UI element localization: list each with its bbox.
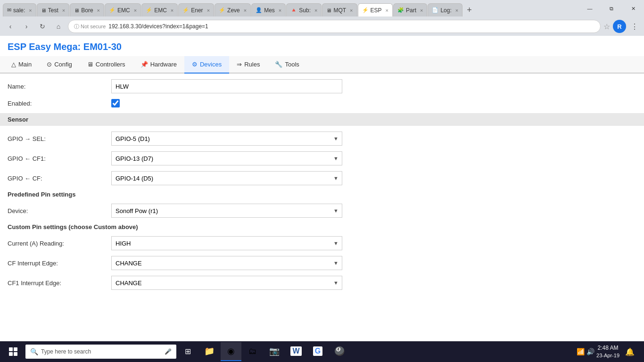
page-title: ESP Easy Mega: EM01-30 (0, 36, 644, 56)
pinball-icon: 🎱 (334, 346, 345, 356)
taskbar-chrome[interactable]: ◉ (221, 342, 241, 361)
tab-close-icon[interactable]: × (97, 8, 100, 13)
tab-close-icon[interactable]: × (386, 8, 388, 13)
home-button[interactable]: ⌂ (52, 20, 65, 33)
window-controls: — ⧉ ✕ (579, 0, 644, 17)
clock[interactable]: 2:48 AM 23-Apr-19 (596, 344, 619, 359)
tab-part[interactable]: 🧩 Part × (393, 3, 427, 16)
taskbar-search[interactable]: 🔍 Type here to search 🎤 (25, 345, 176, 359)
tab-hardware[interactable]: 📌 Hardware (133, 56, 184, 74)
volume-icon[interactable]: 🔊 (586, 348, 594, 355)
device-select[interactable]: Sonoff Pow (r1) Sonoff Pow (r2) Custom (111, 204, 342, 218)
tab-zeve[interactable]: ⚡ Zeve × (215, 3, 251, 16)
cf1-interrupt-select[interactable]: CHANGE RISING FALLING (111, 276, 342, 290)
tab-favicon: ⚡ (362, 7, 369, 13)
reload-button[interactable]: ↻ (36, 20, 49, 33)
rules-icon: ⇒ (237, 61, 242, 68)
close-button[interactable]: ✕ (622, 1, 644, 16)
network-icon[interactable]: 📶 (577, 348, 585, 355)
word-icon: W (290, 346, 301, 356)
tab-emc2[interactable]: ⚡ EMC × (141, 3, 178, 16)
back-button[interactable]: ‹ (4, 20, 17, 33)
restore-button[interactable]: ⧉ (601, 1, 622, 16)
tab-sales[interactable]: ✉ sale: × (3, 3, 36, 16)
g-icon: G (313, 346, 322, 356)
tab-close-icon[interactable]: × (314, 8, 317, 13)
tab-close-icon[interactable]: × (62, 8, 65, 13)
tab-tools[interactable]: 🔧 Tools (267, 56, 306, 74)
tab-ener[interactable]: ⚡ Ener × (178, 3, 214, 16)
tab-esp[interactable]: ⚡ ESP × (358, 3, 393, 16)
search-icon: 🔍 (30, 348, 38, 355)
tab-close-icon[interactable]: × (29, 8, 32, 13)
notification-button[interactable]: 🔔 (621, 342, 638, 361)
tab-close-icon[interactable]: × (171, 8, 173, 13)
tab-label: Ener (191, 7, 203, 14)
tab-log[interactable]: 📄 Log: × (428, 3, 462, 16)
controllers-icon: 🖥 (87, 61, 93, 68)
gpio-cf-row: GPIO ← CF: GPIO-14 (D5) GPIO-13 (D7) GPI… (8, 171, 636, 185)
taskbar-photos[interactable]: 📷 (264, 342, 285, 361)
tab-close-icon[interactable]: × (455, 8, 458, 13)
tab-test[interactable]: 🖥 Test × (37, 3, 69, 16)
gpio-cf-select[interactable]: GPIO-14 (D5) GPIO-13 (D7) GPIO-12 (D6) (111, 171, 342, 185)
tab-mqt[interactable]: 🖥 MQT × (322, 3, 357, 16)
menu-button[interactable]: ⋮ (629, 22, 640, 31)
tab-rules[interactable]: ⇒ Rules (229, 56, 267, 74)
tab-emc1[interactable]: ⚡ EMC × (105, 3, 141, 16)
insecure-icon: ⓘ Not secure (74, 23, 106, 30)
tab-favicon: ⚡ (109, 7, 116, 13)
gpio-sel-select[interactable]: GPIO-5 (D1) GPIO-0 (D3) GPIO-2 (D4) GPIO… (111, 132, 342, 146)
custom-section-header: Custom Pin settings (choose Custom above… (8, 223, 636, 230)
new-tab-button[interactable]: + (463, 5, 476, 15)
tab-favicon: ✉ (7, 7, 11, 13)
tab-mes[interactable]: 👤 Mes × (251, 3, 286, 16)
explorer-icon: 📁 (204, 346, 215, 356)
cf-interrupt-select[interactable]: CHANGE RISING FALLING (111, 256, 342, 270)
minimize-button[interactable]: — (579, 1, 601, 16)
tab-label: MQT (333, 7, 346, 14)
tab-close-icon[interactable]: × (420, 8, 423, 13)
forward-button[interactable]: › (20, 20, 33, 33)
hardware-icon: 📌 (140, 61, 148, 68)
url-bar[interactable]: ⓘ Not secure 192.168.3.30/devices?index=… (68, 20, 601, 33)
tab-tools-label: Tools (285, 61, 299, 68)
gpio-sel-row: GPIO → SEL: GPIO-5 (D1) GPIO-0 (D3) GPIO… (8, 132, 636, 146)
tab-bore[interactable]: 🖥 Bore × (70, 3, 104, 16)
tab-controllers-label: Controllers (96, 61, 125, 68)
tab-label: EMC (154, 7, 167, 14)
profile-button[interactable]: R (613, 20, 626, 33)
taskbar-explorer[interactable]: 📁 (199, 342, 220, 361)
photos-icon: 📷 (269, 346, 280, 356)
taskbar-task-view[interactable]: ⊞ (177, 342, 198, 361)
tab-favicon: 🖥 (74, 8, 79, 13)
tab-favicon: 📄 (432, 7, 438, 13)
tab-rules-label: Rules (244, 61, 260, 68)
tab-sub[interactable]: 🔺 Sub: × (286, 3, 322, 16)
tab-config[interactable]: ⊙ Config (39, 56, 80, 74)
taskbar-pinball[interactable]: 🎱 (329, 342, 350, 361)
tab-devices[interactable]: ⚙ Devices (184, 56, 229, 74)
gpio-cf1-select[interactable]: GPIO-13 (D7) GPIO-12 (D6) GPIO-5 (D1) GP… (111, 151, 342, 165)
enabled-checkbox[interactable] (111, 99, 120, 107)
tab-hardware-label: Hardware (150, 61, 177, 68)
tab-close-icon[interactable]: × (279, 8, 281, 13)
config-icon: ⊙ (47, 61, 52, 68)
tab-close-icon[interactable]: × (134, 8, 137, 13)
tab-favicon: ⚡ (219, 7, 225, 13)
name-input[interactable] (111, 79, 342, 93)
current-select[interactable]: HIGH LOW (111, 236, 342, 250)
start-button[interactable] (2, 342, 25, 361)
tab-close-icon[interactable]: × (207, 8, 210, 13)
bookmark-button[interactable]: ☆ (603, 22, 610, 31)
tab-controllers[interactable]: 🖥 Controllers (80, 56, 133, 74)
taskbar-g[interactable]: G (307, 342, 328, 361)
time-display: 2:48 AM (596, 344, 619, 352)
tab-close-icon[interactable]: × (244, 8, 247, 13)
cf-interrupt-row: CF Interrupt Edge: CHANGE RISING FALLING… (8, 256, 636, 270)
taskbar-files[interactable]: 🗂 (242, 342, 263, 361)
tab-main[interactable]: △ Main (4, 56, 39, 74)
gpio-cf1-label: GPIO ← CF1: (8, 155, 111, 162)
tab-close-icon[interactable]: × (350, 8, 353, 13)
taskbar-word[interactable]: W (286, 342, 306, 361)
